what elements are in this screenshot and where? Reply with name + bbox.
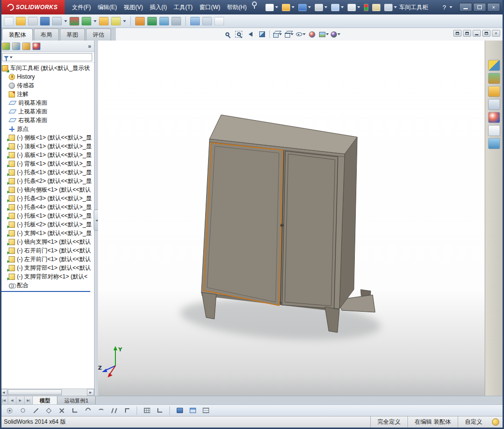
apply-scene-button[interactable] xyxy=(319,29,329,39)
graphics-viewport[interactable]: Y Z xyxy=(98,41,485,396)
table-view-button[interactable] xyxy=(201,406,210,415)
tab-layout[interactable]: 布局 xyxy=(34,28,59,41)
maximize-button[interactable] xyxy=(473,3,486,12)
doc-cascade-button[interactable] xyxy=(453,30,462,37)
scroll-right-button[interactable]: ► xyxy=(87,389,94,396)
open-button[interactable] xyxy=(281,3,295,12)
tree-item-left-door[interactable]: (-) 左开前门<1> (默认<<默认 xyxy=(0,255,94,263)
tree-item-side-panel[interactable]: (-) 侧板<1> (默认<<默认>_显 xyxy=(0,133,94,142)
tree-item-shelf-1[interactable]: (-) 托板<1> (默认<<默认>_显 xyxy=(0,211,94,220)
tree-item-mates[interactable]: 配合 xyxy=(0,281,94,290)
arc-snap-button[interactable] xyxy=(83,406,93,415)
tree-item-right-door[interactable]: (-) 右开前门<1> (默认<<默认 xyxy=(0,246,94,255)
select-button[interactable] xyxy=(347,3,361,12)
dropdown-arrow-icon[interactable] xyxy=(94,20,97,22)
help-question-icon[interactable]: ? xyxy=(443,4,446,11)
doc-minimize-button[interactable] xyxy=(473,30,481,37)
tree-item-sensors[interactable]: 传感器 xyxy=(0,81,94,90)
cabinet-left-door-selected[interactable] xyxy=(204,143,282,305)
display-style-button[interactable] xyxy=(284,29,294,39)
dropdown-arrow-icon[interactable] xyxy=(64,20,67,22)
tab-assembly[interactable]: 装配体 xyxy=(2,28,33,41)
next-tab-button[interactable]: ▶ xyxy=(16,396,25,404)
tree-item-assembly-root[interactable]: 车间工具柜 (默认<默认_显示状 xyxy=(0,64,94,72)
rebuild-button[interactable] xyxy=(363,3,369,12)
linear-component-pattern-button[interactable] xyxy=(28,17,38,26)
edit-appearance-button[interactable] xyxy=(307,29,317,39)
no-external-references-button[interactable] xyxy=(135,17,145,26)
help-dropdown-icon[interactable] xyxy=(449,6,452,8)
rotate-component-button[interactable] xyxy=(70,17,79,26)
edit-component-button[interactable] xyxy=(111,17,121,26)
tree-item-mirror-side-panel[interactable]: (-) 镜向侧板<1> (默认<<默认 xyxy=(0,185,94,194)
dropdown-arrow-icon[interactable] xyxy=(123,20,126,22)
assembly-visualization-button[interactable] xyxy=(159,17,169,26)
angle-dimension-button[interactable] xyxy=(155,406,165,415)
scroll-thumb[interactable] xyxy=(8,389,62,395)
menu-file[interactable]: 文件(F) xyxy=(69,1,94,14)
tree-item-rail-3[interactable]: (-) 托条<3> (默认<<默认>_显 xyxy=(0,194,94,203)
options-button[interactable] xyxy=(383,3,398,12)
tree-item-rail-4[interactable]: (-) 托条<4> (默认<<默认>_显 xyxy=(0,203,94,211)
tree-item-shelf-2[interactable]: (-) 托板<2> (默认<<默认>_显 xyxy=(0,220,94,229)
mass-properties-button[interactable] xyxy=(202,17,212,26)
insert-component-button[interactable] xyxy=(4,17,14,26)
menu-help[interactable]: 帮助(H) xyxy=(224,1,250,14)
menu-edit[interactable]: 编辑(E) xyxy=(94,1,120,14)
cabinet-right-door[interactable] xyxy=(282,151,338,309)
zoom-fit-button[interactable] xyxy=(222,29,232,39)
split-window-button[interactable] xyxy=(188,406,197,415)
save-button[interactable] xyxy=(297,3,312,12)
menu-window[interactable]: 窗口(W) xyxy=(196,1,224,14)
view-orientation-button[interactable] xyxy=(272,29,282,39)
file-explorer-tab[interactable] xyxy=(488,86,500,97)
tree-item-front-plane[interactable]: 前视基准面 xyxy=(0,98,94,107)
close-button[interactable]: × xyxy=(487,3,500,12)
grid-display-button[interactable] xyxy=(142,406,152,415)
exploded-view-button[interactable] xyxy=(214,17,224,26)
custom-properties-tab[interactable] xyxy=(488,125,500,136)
rollback-bar[interactable] xyxy=(1,291,90,292)
display-manager-tab[interactable] xyxy=(32,42,41,50)
new-button[interactable] xyxy=(265,3,279,12)
parallel-snap-button[interactable] xyxy=(109,406,119,415)
section-view-button[interactable] xyxy=(257,29,267,39)
diamond-snap-button[interactable] xyxy=(44,406,54,415)
panel-overflow-chevron[interactable]: » xyxy=(88,43,91,50)
property-manager-tab[interactable] xyxy=(12,42,20,50)
move-component-button[interactable] xyxy=(52,17,62,26)
file-properties-button[interactable] xyxy=(371,3,381,12)
design-binder-button[interactable] xyxy=(175,406,184,415)
model-tab[interactable]: 模型 xyxy=(33,396,57,404)
tree-item-top-panel[interactable]: (-) 顶板<1> (默认<<默认>_显 xyxy=(0,142,94,151)
menu-pin-icon[interactable] xyxy=(252,1,257,6)
circle-snap-button[interactable] xyxy=(18,406,28,415)
large-assembly-mode-button[interactable] xyxy=(147,17,157,26)
tree-item-mirror-leg[interactable]: (-) 镜向支脚<1> (默认<<默认 xyxy=(0,237,94,246)
print-button[interactable] xyxy=(314,3,328,12)
previous-view-button[interactable] xyxy=(245,29,255,39)
tree-item-leg[interactable]: (-) 支脚<1> (默认<<默认>_显 xyxy=(0,229,94,237)
menu-view[interactable]: 视图(V) xyxy=(120,1,146,14)
filter-dropdown-icon[interactable] xyxy=(10,56,13,58)
interference-detection-button[interactable] xyxy=(171,17,181,26)
line-snap-button[interactable] xyxy=(31,406,41,415)
tree-item-annotations[interactable]: 注解 xyxy=(0,90,94,98)
minimize-button[interactable] xyxy=(459,3,472,12)
tree-item-history[interactable]: History xyxy=(0,72,94,81)
tree-item-rear-foot[interactable]: (-) 支脚背部<1> (默认<<默认 xyxy=(0,263,94,272)
solidworks-resources-tab[interactable] xyxy=(488,60,500,71)
mate-button[interactable] xyxy=(16,17,26,26)
hide-show-components-button[interactable] xyxy=(82,17,91,26)
tree-item-back-panel[interactable]: (-) 背板<1> (默认<<默认>_显 xyxy=(0,159,94,168)
last-tab-button[interactable]: ▶| xyxy=(25,396,33,404)
doc-close-button[interactable]: × xyxy=(492,30,500,37)
configuration-manager-tab[interactable] xyxy=(22,42,30,50)
smart-fasteners-button[interactable] xyxy=(40,17,50,26)
doc-split-button[interactable] xyxy=(463,30,471,37)
feature-manager-tab[interactable] xyxy=(2,42,10,50)
tab-sketch[interactable]: 草图 xyxy=(60,28,85,41)
doc-restore-button[interactable] xyxy=(482,30,490,37)
point-snap-button[interactable] xyxy=(5,406,14,415)
view-settings-button[interactable] xyxy=(330,29,340,39)
